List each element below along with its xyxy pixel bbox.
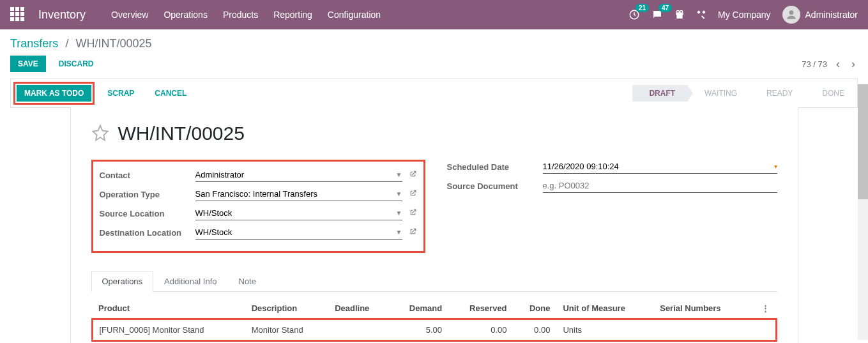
col-uom[interactable]: Unit of Measure — [556, 298, 653, 319]
status-bar: Mark as Todo Scrap Cancel Draft Waiting … — [10, 79, 858, 108]
sched-input[interactable] — [543, 162, 772, 171]
form-sheet: WH/INT/00025 Contact ▼ Operation Type — [70, 107, 798, 343]
contact-input[interactable] — [195, 170, 393, 179]
star-icon[interactable] — [91, 124, 109, 144]
gift-icon[interactable] — [674, 10, 685, 20]
optype-field[interactable]: ▼ — [195, 187, 402, 201]
pager-prev[interactable]: ‹ — [834, 57, 842, 71]
tab-operations[interactable]: Operations — [91, 271, 154, 292]
tab-additional-info[interactable]: Additional Info — [153, 271, 227, 291]
external-link-icon[interactable] — [409, 208, 417, 218]
col-deadline[interactable]: Deadline — [328, 298, 390, 319]
breadcrumb-current: WH/INT/00025 — [75, 37, 151, 50]
breadcrumb: Transfers / WH/INT/00025 — [10, 37, 151, 50]
pager: 73 / 73 ‹ › — [802, 57, 858, 71]
dstloc-field[interactable]: ▼ — [195, 225, 402, 240]
top-nav: Inventory Overview Operations Products R… — [0, 0, 868, 29]
table-row[interactable]: [FURN_0006] Monitor Stand Monitor Stand … — [92, 319, 776, 341]
external-link-icon[interactable] — [409, 227, 417, 238]
contact-field[interactable]: ▼ — [195, 168, 402, 182]
col-description[interactable]: Description — [245, 298, 328, 319]
status-steps: Draft Waiting Ready Done — [632, 85, 857, 102]
control-panel: Transfers / WH/INT/00025 — [0, 29, 868, 56]
app-name[interactable]: Inventory — [38, 8, 86, 22]
activities-icon[interactable]: 21 — [628, 9, 640, 20]
breadcrumb-root[interactable]: Transfers — [10, 37, 58, 50]
step-draft[interactable]: Draft — [632, 85, 688, 102]
dropdown-caret-icon[interactable]: ▼ — [396, 171, 402, 178]
dropdown-caret-icon[interactable]: ▼ — [396, 210, 402, 217]
scrollbar[interactable] — [858, 84, 868, 340]
fields-highlight-box: Contact ▼ Operation Type ▼ — [91, 160, 425, 253]
col-serial[interactable]: Serial Numbers — [653, 298, 749, 319]
tabs: Operations Additional Info Note — [91, 271, 777, 292]
srcloc-input[interactable] — [195, 208, 393, 218]
external-link-icon[interactable] — [409, 189, 417, 199]
nav-overview[interactable]: Overview — [111, 10, 148, 20]
svg-point-4 — [676, 10, 679, 13]
user-name: Administrator — [805, 10, 858, 20]
optype-label: Operation Type — [100, 190, 195, 199]
optype-input[interactable] — [195, 189, 393, 199]
record-title: WH/INT/00025 — [118, 123, 245, 144]
cancel-button[interactable]: Cancel — [147, 85, 194, 102]
scrap-button[interactable]: Scrap — [100, 85, 142, 102]
srcloc-field[interactable]: ▼ — [195, 206, 402, 220]
sched-field[interactable]: ▾ — [543, 160, 777, 174]
cell-uom[interactable]: Units — [556, 319, 653, 341]
nav-menu: Overview Operations Products Reporting C… — [111, 10, 628, 20]
dstloc-input[interactable] — [195, 227, 393, 237]
col-demand[interactable]: Demand — [390, 298, 448, 319]
col-options-icon[interactable]: ⋮ — [749, 298, 776, 319]
cell-done[interactable]: 0.00 — [514, 319, 557, 341]
nav-operations[interactable]: Operations — [164, 10, 207, 20]
nav-reporting[interactable]: Reporting — [273, 10, 312, 20]
srcdoc-field[interactable] — [543, 179, 777, 193]
pager-next[interactable]: › — [849, 57, 858, 71]
nav-configuration[interactable]: Configuration — [328, 10, 381, 20]
add-line-button[interactable]: Add a line — [92, 341, 776, 344]
step-ready[interactable]: Ready — [750, 85, 805, 102]
messages-icon[interactable]: 47 — [651, 9, 663, 20]
svg-point-5 — [680, 10, 683, 13]
srcdoc-input[interactable] — [543, 181, 777, 190]
nav-right: 21 47 My Company Administrator — [628, 6, 858, 24]
cell-product[interactable]: [FURN_0006] Monitor Stand — [92, 319, 245, 341]
contact-label: Contact — [100, 171, 195, 180]
cell-serial[interactable] — [653, 319, 749, 341]
tools-icon[interactable] — [696, 10, 706, 20]
dropdown-caret-icon[interactable]: ▼ — [396, 229, 402, 236]
save-button[interactable]: Save — [10, 56, 46, 72]
cell-reserved[interactable]: 0.00 — [448, 319, 513, 341]
activities-badge: 21 — [636, 4, 649, 12]
srcloc-label: Source Location — [100, 209, 195, 218]
svg-rect-3 — [679, 13, 680, 19]
messages-badge: 47 — [659, 4, 672, 12]
mark-todo-button[interactable]: Mark as Todo — [17, 85, 91, 102]
sched-label: Scheduled Date — [447, 162, 543, 172]
avatar-icon — [782, 6, 800, 24]
dropdown-caret-icon[interactable]: ▼ — [396, 190, 402, 197]
user-menu[interactable]: Administrator — [782, 6, 858, 24]
cell-demand[interactable]: 5.00 — [390, 319, 448, 341]
datepicker-caret-icon[interactable]: ▾ — [774, 163, 777, 170]
buttons-row: Save Discard 73 / 73 ‹ › — [0, 56, 868, 79]
cell-description[interactable]: Monitor Stand — [245, 319, 328, 341]
srcdoc-label: Source Document — [447, 181, 543, 191]
apps-icon[interactable] — [10, 7, 26, 22]
col-done[interactable]: Done — [514, 298, 557, 319]
svg-point-6 — [789, 10, 793, 15]
col-product[interactable]: Product — [92, 298, 245, 319]
discard-button[interactable]: Discard — [51, 56, 102, 72]
company-selector[interactable]: My Company — [718, 10, 770, 20]
nav-products[interactable]: Products — [223, 10, 258, 20]
step-waiting[interactable]: Waiting — [688, 85, 750, 102]
step-done[interactable]: Done — [805, 85, 857, 102]
external-link-icon[interactable] — [409, 170, 417, 180]
pager-text: 73 / 73 — [802, 59, 827, 69]
col-reserved[interactable]: Reserved — [448, 298, 513, 319]
operations-table: Product Description Deadline Demand Rese… — [91, 298, 777, 343]
dstloc-label: Destination Location — [100, 228, 195, 238]
tab-note[interactable]: Note — [228, 271, 267, 291]
cell-deadline[interactable] — [328, 319, 390, 341]
